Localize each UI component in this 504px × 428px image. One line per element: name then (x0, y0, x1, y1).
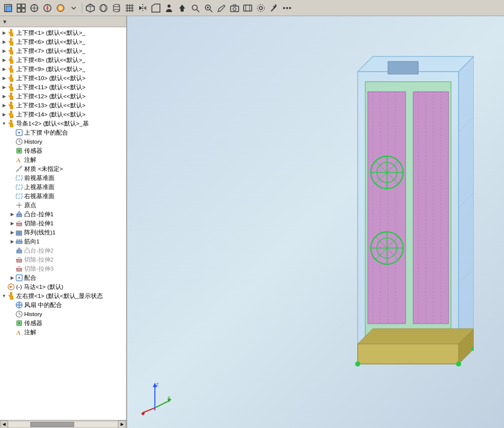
tree-item-t25[interactable]: 凸台-拉伸2 (0, 246, 126, 255)
tree-arrow-t3[interactable] (1, 46, 7, 55)
tree-item-t30[interactable]: 左右摆<1> (默认<默认_显示状态 (0, 291, 126, 300)
tree-item-t33[interactable]: 传感器 (0, 319, 126, 328)
tree-arrow-t22[interactable] (9, 219, 15, 228)
chamfer-icon[interactable] (150, 2, 162, 14)
tree-arrow-t6[interactable] (1, 74, 7, 83)
wrench-icon[interactable] (268, 2, 280, 14)
tree-item-t9[interactable]: 上下摆<13> (默认<<默认> (0, 101, 126, 110)
svg-rect-4 (17, 9, 21, 12)
3d-viewport[interactable]: Z X (127, 16, 504, 428)
tree-view[interactable]: 上下摆<1> (默认<<默认>_上下摆<6> (默认<<默认>_上下摆<7> (… (0, 27, 126, 420)
tree-arrow-t8[interactable] (1, 92, 7, 101)
tree-item-t24[interactable]: 筋向1 (0, 237, 126, 246)
cylinder-icon[interactable] (110, 2, 123, 14)
arrow-up-icon[interactable] (176, 2, 188, 14)
tree-item-t15[interactable]: A注解 (0, 155, 126, 164)
tree-item-t20[interactable]: 原点 (0, 201, 126, 210)
tree-arrow-t28[interactable] (9, 273, 15, 282)
tree-item-t29[interactable]: (-) 马达<1> (默认) (0, 282, 126, 291)
tree-item-t34[interactable]: A注解 (0, 328, 126, 337)
color-wheel-icon[interactable] (54, 2, 67, 14)
hand-icon (7, 92, 15, 100)
tree-arrow-t21[interactable] (9, 210, 15, 219)
tree-item-t8[interactable]: 上下摆<12> (默认<<默认> (0, 92, 126, 101)
tree-item-t31[interactable]: 风扇 中的配合 (0, 300, 126, 310)
tree-arrow-t34 (9, 328, 15, 337)
history-icon (15, 310, 23, 318)
tree-item-t1[interactable]: 上下摆<1> (默认<<默认>_ (0, 28, 126, 37)
tree-arrow-t1[interactable] (1, 28, 7, 37)
cube-icon[interactable] (2, 2, 14, 14)
h-scrollbar[interactable]: ◀ ▶ (0, 420, 126, 428)
grid-icon[interactable] (15, 2, 27, 14)
target-icon[interactable] (28, 2, 40, 14)
tree-label-t10: 上下摆<14> (默认<<默认> (16, 111, 85, 118)
tree-arrow-t30[interactable] (1, 291, 7, 300)
tree-item-t14[interactable]: 传感器 (0, 146, 126, 155)
tree-label-t1: 上下摆<1> (默认<<默认>_ (16, 29, 85, 37)
tree-item-t32[interactable]: History (0, 310, 126, 319)
tree-item-t5[interactable]: 上下摆<9> (默认<<默认>_ (0, 65, 126, 74)
scroll-right-btn[interactable]: ▶ (118, 420, 126, 429)
tree-item-t11[interactable]: 导条1<2> (默认<<默认>_基 (0, 119, 126, 128)
tree-arrow-t9[interactable] (1, 101, 7, 110)
person-icon[interactable] (163, 2, 175, 14)
tree-arrow-t4[interactable] (1, 55, 7, 65)
tree-item-t3[interactable]: 上下摆<7> (默认<<默认>_ (0, 46, 126, 55)
toolbar-top (0, 0, 504, 16)
tree-arrow-t7[interactable] (1, 83, 7, 92)
tree-arrow-t5[interactable] (1, 65, 7, 74)
film-icon[interactable] (242, 2, 254, 14)
tree-item-t21[interactable]: 凸台-拉伸1 (0, 210, 126, 219)
svg-rect-77 (16, 241, 22, 243)
sphere-icon[interactable] (97, 2, 109, 14)
tree-label-t17: 前视基准面 (24, 174, 54, 182)
tree-arrow-t11[interactable] (1, 119, 7, 128)
tree-arrow-t25 (9, 246, 15, 255)
tree-item-t10[interactable]: 上下摆<14> (默认<<默认> (0, 110, 126, 119)
tree-item-t26[interactable]: 切除-拉伸2 (0, 255, 126, 264)
pencil-icon[interactable] (215, 2, 228, 14)
tree-item-t22[interactable]: 切除-拉伸1 (0, 219, 126, 228)
zoom-icon[interactable] (202, 2, 214, 14)
tree-arrow-t2[interactable] (1, 37, 7, 46)
tree-item-t16[interactable]: 材质 <未指定> (0, 164, 126, 173)
dots-icon[interactable] (281, 2, 293, 14)
hand-icon (7, 119, 15, 128)
tree-item-t12[interactable]: 上下摆 中的配合 (0, 128, 126, 137)
tree-item-t7[interactable]: 上下摆<11> (默认<<默认> (0, 83, 126, 92)
tree-arrow-t24[interactable] (9, 237, 15, 246)
tree-item-t17[interactable]: 前视基准面 (0, 173, 126, 182)
chevron-icon[interactable] (68, 2, 80, 14)
mirror-icon[interactable] (137, 2, 149, 14)
search-icon[interactable] (189, 2, 201, 14)
scroll-left-btn[interactable]: ◀ (0, 420, 8, 429)
tree-label-t2: 上下摆<6> (默认<<默认>_ (16, 38, 85, 46)
compass-icon[interactable] (41, 2, 53, 14)
svg-point-53 (18, 132, 20, 134)
tree-arrow-t23[interactable] (9, 228, 15, 237)
left-panel: ▼ 上下摆<1> (默认<<默认>_上下摆<6> (默认<<默认>_上下摆<7>… (0, 16, 127, 428)
tree-item-t4[interactable]: 上下摆<8> (默认<<默认>_ (0, 55, 126, 65)
grid2-icon[interactable] (124, 2, 136, 14)
tree-item-t6[interactable]: 上下摆<10> (默认<<默认> (0, 74, 126, 83)
tree-item-t2[interactable]: 上下摆<6> (默认<<默认>_ (0, 37, 126, 46)
tree-item-t19[interactable]: 右视基准面 (0, 192, 126, 201)
array-icon (15, 228, 23, 236)
svg-marker-29 (143, 6, 146, 10)
tree-item-t27[interactable]: 切除-拉伸3 (0, 264, 126, 273)
tree-arrow-t10[interactable] (1, 110, 7, 119)
tree-item-t13[interactable]: History (0, 137, 126, 146)
box3d-icon[interactable] (84, 2, 96, 14)
svg-rect-64 (16, 185, 22, 189)
tree-item-t18[interactable]: 上视基准面 (0, 182, 126, 192)
svg-point-51 (289, 7, 291, 9)
tree-item-t23[interactable]: 阵列(线性)1 (0, 228, 126, 237)
filter-icon[interactable]: ▼ (2, 19, 8, 25)
camera-icon[interactable] (229, 2, 241, 14)
svg-point-62 (20, 166, 22, 168)
tree-item-t28[interactable]: 配合 (0, 273, 126, 282)
settings-icon[interactable] (255, 2, 267, 14)
svg-rect-76 (19, 231, 22, 233)
scroll-thumb[interactable] (30, 422, 74, 427)
